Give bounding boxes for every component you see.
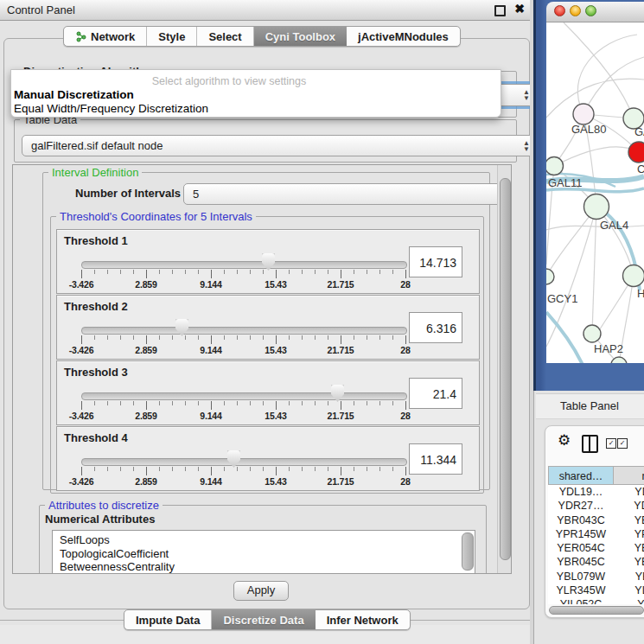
table-row[interactable]: YBR043CYBR0: [548, 513, 644, 527]
threshold-3-slider-track[interactable]: [81, 392, 407, 400]
number-of-intervals-combo[interactable]: 5 ▲▼: [183, 183, 512, 205]
node-gcy1[interactable]: [546, 269, 554, 284]
combo-stepper-icon: ▲▼: [523, 140, 530, 152]
split-columns-icon[interactable]: [582, 435, 598, 453]
table-data-combo-value: galFiltered.sif default node: [31, 139, 163, 152]
table-row[interactable]: YBR045CYBR0: [548, 555, 644, 569]
tick-label: 15.43: [254, 411, 297, 421]
checkbox-icon: ✓: [617, 438, 628, 449]
attributes-group: Attributes to discretize Numerical Attri…: [39, 505, 487, 574]
threshold-1-value-field[interactable]: 14.713: [409, 246, 462, 277]
number-of-intervals-value: 5: [193, 188, 199, 201]
tick-label: 21.715: [319, 411, 362, 421]
list-item[interactable]: SelfLoops: [53, 531, 475, 547]
tick-label: 28: [384, 411, 427, 421]
table-data-group: Table Data galFiltered.sif default node …: [14, 119, 517, 163]
table-row[interactable]: YDL19…YDL1: [548, 485, 644, 499]
horizontal-scrollbar[interactable]: [549, 606, 644, 615]
network-window-titlebar[interactable]: [546, 2, 644, 22]
tick-label: -3.426: [60, 279, 103, 290]
list-item[interactable]: BetweennessCentrality: [53, 560, 475, 574]
node-gal11[interactable]: [546, 157, 564, 175]
tab-discretize-data[interactable]: Discretize Data: [212, 610, 315, 629]
threshold-4-ticks: [81, 467, 406, 475]
control-panel-titlebar[interactable]: Control Panel ✖: [0, 0, 533, 21]
node-h[interactable]: [623, 265, 644, 287]
thresholds-group: Threshold's Coordinates for 5 Intervals …: [50, 216, 484, 494]
node-gal4[interactable]: [584, 194, 609, 220]
column-header-name[interactable]: na: [614, 466, 644, 485]
tick-label: 28: [384, 476, 427, 487]
threshold-1-slider-track[interactable]: [81, 261, 407, 269]
node-label: C: [637, 163, 644, 175]
float-window-icon[interactable]: [494, 5, 506, 16]
tick-label: -3.426: [60, 476, 103, 487]
table-panel-header-bar[interactable]: Table Panel: [536, 393, 644, 419]
table-row[interactable]: YPR145WYPR1: [548, 527, 644, 541]
tick-label: 21.715: [319, 476, 362, 487]
dropdown-option-manual[interactable]: Manual Discretization: [14, 88, 134, 101]
close-traffic-light-icon[interactable]: [554, 5, 565, 16]
node-gal80[interactable]: [573, 104, 594, 124]
scrollbar-track[interactable]: [497, 165, 512, 573]
list-scrollbar[interactable]: [462, 532, 474, 571]
interval-definition-group: Interval Definition Number of Intervals …: [42, 172, 490, 490]
dropdown-hint: Select algorithm to view settings: [22, 75, 437, 87]
attributes-group-title: Attributes to discretize: [45, 499, 163, 512]
node-label: HAP2: [594, 342, 623, 355]
tick-label: 2.859: [124, 345, 168, 355]
tab-network[interactable]: Network: [64, 27, 147, 46]
control-panel-title: Control Panel: [7, 3, 75, 16]
threshold-3-panel: Threshold 3 -3.426 2.859 9.144 15.43 21.…: [56, 360, 480, 425]
tick-label: 9.144: [189, 476, 233, 487]
table-row[interactable]: YIL052CYIL0: [548, 597, 644, 604]
node-red-selected[interactable]: [628, 142, 644, 163]
tick-label: 15.43: [254, 345, 297, 355]
tick-label: 9.144: [189, 279, 233, 290]
combo-stepper-icon: ▲▼: [523, 89, 530, 101]
settings-scroll-area: Interval Definition Number of Intervals …: [12, 164, 512, 574]
tick-label: 28: [384, 345, 427, 355]
tab-network-label: Network: [91, 30, 135, 43]
table-row[interactable]: YER054CYER0: [548, 541, 644, 555]
threshold-2-panel: Threshold 2 -3.426 2.859 9.144 15.43 21.…: [56, 295, 480, 360]
node-label: GAL80: [571, 123, 606, 136]
tab-cyni-toolbox[interactable]: Cyni Toolbox: [254, 27, 347, 46]
threshold-2-slider-track[interactable]: [81, 327, 407, 335]
threshold-2-value-field[interactable]: 6.316: [409, 312, 462, 343]
number-of-intervals-label: Number of Intervals: [75, 187, 181, 200]
gear-icon[interactable]: ⚙: [558, 431, 571, 450]
tab-infer-network[interactable]: Infer Network: [316, 610, 410, 629]
threshold-4-slider-track[interactable]: [81, 458, 407, 466]
table-row[interactable]: YDR27…YDR2: [548, 499, 644, 513]
table-panel-title: Table Panel: [560, 399, 619, 412]
checkbox-icon: ✓: [606, 438, 616, 449]
zoom-traffic-light-icon[interactable]: [585, 5, 596, 16]
network-canvas[interactable]: GAL80 GA C GAL11 GAL4 GCY1 H HAP2: [546, 22, 644, 363]
tab-style[interactable]: Style: [147, 27, 197, 46]
table-row[interactable]: YLR345WYLR3: [548, 583, 644, 597]
scrollbar-thumb[interactable]: [500, 178, 511, 560]
tab-select[interactable]: Select: [197, 27, 253, 46]
dropdown-option-equal-width[interactable]: Equal Width/Frequency Discretization: [14, 102, 208, 115]
column-header-shared[interactable]: shared…: [548, 466, 614, 485]
node-hap2[interactable]: [583, 325, 601, 342]
list-item[interactable]: TopologicalCoefficient: [53, 547, 475, 561]
tab-jactivemnodules[interactable]: jActiveMNodules: [347, 27, 460, 46]
apply-button[interactable]: Apply: [233, 581, 289, 601]
threshold-4-value-field[interactable]: 11.344: [409, 443, 462, 475]
threshold-2-label: Threshold 2: [64, 300, 128, 313]
threshold-3-value-field[interactable]: 21.4: [409, 378, 462, 409]
tab-impute-data[interactable]: Impute Data: [124, 610, 212, 629]
minimize-traffic-light-icon[interactable]: [570, 5, 581, 16]
tick-label: 15.43: [254, 476, 297, 487]
select-columns-icon[interactable]: ✓ ✓: [606, 438, 628, 449]
threshold-3-label: Threshold 3: [64, 366, 128, 379]
top-tab-bar: Network Style Select Cyni Toolbox jActiv…: [63, 26, 461, 47]
close-icon[interactable]: ✖: [514, 2, 525, 16]
table-data-combo[interactable]: galFiltered.sif default node ▲▼: [22, 135, 537, 156]
node-label: GCY1: [547, 292, 577, 305]
table-panel: ⚙ ✓ ✓ shared… na YDL19…YDL1 YDR27…YDR2 Y…: [545, 425, 644, 618]
table-row[interactable]: YBL079WYBL0: [548, 570, 644, 583]
threshold-4-panel: Threshold 4 -3.426 2.859 9.144 15.43 21.…: [56, 426, 480, 491]
